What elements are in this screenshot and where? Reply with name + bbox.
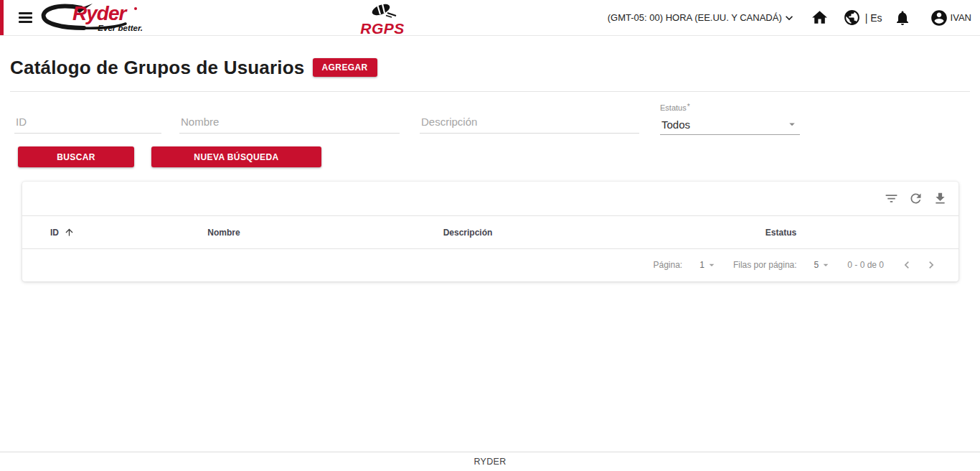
refresh-icon	[908, 191, 923, 206]
id-input[interactable]	[14, 116, 161, 134]
refresh-button[interactable]	[908, 191, 923, 206]
chevron-right-icon	[924, 258, 938, 272]
search-button[interactable]: BUSCAR	[18, 146, 134, 167]
ryder-wordmark: Ryder	[72, 2, 126, 25]
rgps-wordmark: RGPS	[350, 20, 415, 37]
timezone-selector[interactable]: (GMT-05: 00) HORA (EE.UU. Y CANADÁ)	[608, 11, 796, 25]
rgps-swoosh-icon	[367, 4, 398, 18]
description-field-wrap	[420, 116, 639, 134]
timezone-label: (GMT-05: 00) HORA (EE.UU. Y CANADÁ)	[608, 12, 782, 23]
header-accent-bar	[0, 0, 4, 35]
top-header: Ryder Ever better. RGPS (GMT-05: 00) HOR…	[0, 0, 980, 36]
page-title: Catálogo de Grupos de Usuarios	[10, 57, 305, 79]
dropdown-arrow-icon	[706, 259, 717, 271]
rows-per-page-label: Filas por página:	[733, 260, 797, 270]
pagination-bar: Página: 1 Filas por página: 5 0 - 0 de 0	[22, 249, 958, 280]
registered-mark-dot	[134, 7, 137, 10]
table-toolbar	[22, 182, 958, 216]
language-globe-button[interactable]	[843, 9, 861, 27]
title-divider	[10, 91, 970, 92]
results-card: ID Nombre Descripción Estatus Página: 1 …	[22, 182, 958, 281]
status-label-row: Estatus*	[660, 101, 800, 113]
title-row: Catálogo de Grupos de Usuarios AGREGAR	[10, 55, 377, 80]
status-required-mark: *	[687, 103, 690, 111]
sort-ascending-icon	[64, 227, 75, 238]
pagination-range: 0 - 0 de 0	[847, 260, 884, 270]
dropdown-arrow-icon	[820, 259, 831, 271]
page-number-select[interactable]: 1	[699, 259, 717, 271]
status-select[interactable]: Estatus* Todos	[660, 101, 800, 132]
language-label: | Es	[865, 12, 882, 24]
rgps-logo: RGPS	[350, 4, 415, 37]
page-footer: RYDER	[0, 452, 980, 471]
table-header-row: ID Nombre Descripción Estatus	[22, 216, 958, 249]
home-icon	[811, 9, 829, 27]
menu-toggle-button[interactable]	[19, 11, 32, 24]
filter-button[interactable]	[884, 191, 899, 206]
column-header-nombre[interactable]: Nombre	[116, 228, 332, 238]
chevron-left-icon	[900, 258, 914, 272]
footer-brand-text: RYDER	[473, 457, 506, 467]
user-menu[interactable]: IVAN	[930, 9, 971, 27]
avatar-icon	[930, 9, 948, 27]
ryder-tagline: Ever better.	[98, 24, 143, 32]
new-search-button[interactable]: NUEVA BÚSQUEDA	[151, 146, 321, 167]
chevron-down-icon	[782, 11, 796, 25]
bell-icon	[894, 9, 911, 27]
filter-list-icon	[884, 191, 899, 206]
ryder-logo[interactable]: Ryder Ever better.	[39, 2, 149, 34]
column-header-id[interactable]: ID	[22, 227, 116, 238]
notifications-button[interactable]	[894, 9, 911, 27]
column-header-estatus[interactable]: Estatus	[603, 228, 958, 238]
globe-icon	[843, 9, 861, 27]
search-filters: Estatus* Todos	[0, 101, 980, 134]
header-actions: (GMT-05: 00) HORA (EE.UU. Y CANADÁ) | Es…	[608, 0, 971, 35]
id-field-wrap	[14, 116, 161, 134]
previous-page-button[interactable]	[900, 258, 914, 272]
rows-per-page-select[interactable]: 5	[814, 259, 832, 271]
dropdown-arrow-icon	[786, 118, 798, 131]
description-input[interactable]	[420, 116, 639, 134]
column-header-descripcion[interactable]: Descripción	[332, 228, 603, 238]
status-label: Estatus	[660, 103, 687, 112]
page-label: Página:	[654, 260, 683, 270]
name-input[interactable]	[179, 116, 400, 134]
download-icon	[933, 191, 948, 206]
name-field-wrap	[179, 116, 400, 134]
status-value: Todos	[661, 118, 690, 131]
download-button[interactable]	[933, 191, 948, 206]
home-button[interactable]	[811, 9, 829, 27]
hamburger-icon	[19, 12, 32, 14]
status-value-row: Todos	[660, 115, 800, 135]
username-label: IVAN	[951, 12, 971, 23]
add-button[interactable]: AGREGAR	[313, 58, 377, 77]
next-page-button[interactable]	[924, 258, 938, 272]
